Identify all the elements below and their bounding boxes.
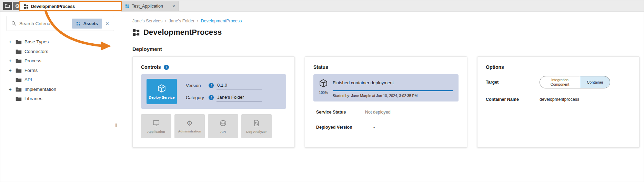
status-message: Finished container deployment xyxy=(333,80,453,85)
breadcrumb: Jane's Services › Jane's Folder › Develo… xyxy=(132,18,641,23)
main-content: Jane's Services › Jane's Folder › Develo… xyxy=(132,12,641,182)
log-analyzer-button[interactable]: Log Analyzer xyxy=(241,114,272,138)
tab-label: DevelopmentProcess xyxy=(31,4,75,9)
info-icon[interactable]: i xyxy=(209,95,214,100)
expand-icon[interactable]: + xyxy=(9,39,16,45)
service-status-label: Service Status xyxy=(316,110,365,115)
category-input[interactable]: Jane's Folder xyxy=(217,94,262,101)
assets-filter-chip[interactable]: Assets xyxy=(72,19,102,29)
close-icon[interactable]: × xyxy=(172,4,175,9)
tree-item-label: Implementation xyxy=(24,87,56,92)
tree-item-implementation[interactable]: + Implementation xyxy=(0,85,122,94)
gears-icon: ⚙ xyxy=(187,120,193,127)
breadcrumb-item[interactable]: Jane's Services xyxy=(132,19,162,23)
target-segmented-control: Integration Component Container xyxy=(540,76,610,88)
deploy-panel: Deploy Service Version i 0.1.0 Category … xyxy=(141,74,286,109)
controls-card-title: Controls xyxy=(141,64,161,70)
controls-card-title-row: Controls i xyxy=(141,64,286,70)
status-card-title-row: Status xyxy=(313,64,459,70)
api-button-label: API xyxy=(220,130,226,133)
status-card: Status 100% Finished container deploymen… xyxy=(305,56,467,148)
target-option-integration-component[interactable]: Integration Component xyxy=(540,76,580,88)
close-icon[interactable]: × xyxy=(105,21,110,26)
tree-item-process[interactable]: + Process xyxy=(0,56,122,66)
folder-icon xyxy=(16,58,22,63)
globe-icon xyxy=(219,119,227,127)
search-input[interactable] xyxy=(19,21,69,26)
chevron-right-icon: › xyxy=(197,18,198,23)
tree-item-connectors[interactable]: Connectors xyxy=(0,47,122,56)
application-grid-icon xyxy=(125,4,129,8)
expand-icon[interactable]: + xyxy=(9,67,16,73)
target-label: Target xyxy=(486,80,540,85)
log-analyzer-button-label: Log Analyzer xyxy=(246,130,266,133)
version-label: Version xyxy=(186,83,206,88)
assets-chip-label: Assets xyxy=(83,21,98,26)
version-input[interactable]: 0.1.0 xyxy=(217,82,262,89)
folder-icon xyxy=(16,68,22,73)
options-card-title: Options xyxy=(486,64,504,70)
options-card: Options Target Integration Component Con… xyxy=(477,56,640,148)
breadcrumb-item-current[interactable]: DevelopmentProcess xyxy=(201,19,242,23)
status-icon-column: 100% xyxy=(319,79,328,98)
application-button[interactable]: Application xyxy=(141,114,171,138)
category-label: Category xyxy=(186,95,206,100)
deploy-button-label: Deploy Service xyxy=(149,95,174,99)
target-option-container[interactable]: Container xyxy=(580,76,610,88)
asset-browser-sidebar: Assets × + Base Types Connectors + Proce… xyxy=(0,12,122,182)
deployed-version-row: Deployed Version - xyxy=(313,125,459,130)
status-detail-column: Finished container deployment Started by… xyxy=(333,79,453,98)
tree-item-label: Forms xyxy=(24,68,38,73)
top-tab-bar: ⚙ DevelopmentProcess Test_Application × xyxy=(0,0,644,12)
folder-icon xyxy=(16,39,22,44)
gear-icon: ⚙ xyxy=(15,3,20,9)
info-icon[interactable]: i xyxy=(209,83,214,88)
service-status-row: Service Status Not deployed xyxy=(313,110,459,115)
divider xyxy=(313,120,459,120)
application-button-label: Application xyxy=(147,130,165,133)
administration-button[interactable]: ⚙ Administration xyxy=(174,114,205,138)
tree-item-base-types[interactable]: + Base Types xyxy=(0,37,122,47)
tree-item-label: Libraries xyxy=(24,96,42,101)
tree-item-label: Base Types xyxy=(24,39,49,44)
container-name-value: developmentprocess xyxy=(540,97,579,102)
tree-item-libraries[interactable]: Libraries xyxy=(0,94,122,104)
folder-icon xyxy=(16,77,22,82)
files-button[interactable] xyxy=(3,2,12,10)
tree-item-api[interactable]: API xyxy=(0,75,122,85)
deploy-package-icon xyxy=(157,84,166,93)
target-row: Target Integration Component Container xyxy=(486,76,631,88)
administration-button-label: Administration xyxy=(178,129,201,133)
assets-icon xyxy=(76,21,81,26)
search-box: Assets × xyxy=(7,16,114,31)
tab-test-application[interactable]: Test_Application × xyxy=(122,1,179,11)
container-name-label: Container Name xyxy=(486,97,540,102)
controls-card: Controls i Deploy Service Version i xyxy=(132,56,295,148)
log-search-icon xyxy=(253,119,260,127)
tree-item-forms[interactable]: + Forms xyxy=(0,66,122,75)
deployment-cards: Controls i Deploy Service Version i xyxy=(132,56,641,148)
breadcrumb-item[interactable]: Jane's Folder xyxy=(169,19,195,23)
chevron-right-icon: › xyxy=(165,18,166,23)
expand-icon[interactable]: + xyxy=(9,58,16,64)
expand-icon[interactable]: + xyxy=(9,86,16,92)
info-icon[interactable]: i xyxy=(164,65,169,70)
version-field-row: Version i 0.1.0 xyxy=(186,82,281,89)
tab-development-process[interactable]: DevelopmentProcess xyxy=(20,1,121,12)
page-title: DevelopmentProcess xyxy=(143,28,222,37)
deploy-service-button[interactable]: Deploy Service xyxy=(147,79,177,104)
asset-tree: + Base Types Connectors + Process + Form… xyxy=(0,37,122,104)
sidebar-resize-handle[interactable]: ‖ xyxy=(115,122,117,128)
controls-action-buttons: Application ⚙ Administration API xyxy=(141,114,286,138)
container-check-icon xyxy=(319,79,328,88)
application-icon xyxy=(152,119,160,127)
page-title-row: DevelopmentProcess xyxy=(132,28,641,37)
category-field-row: Category i Jane's Folder xyxy=(186,94,281,101)
api-button[interactable]: API xyxy=(208,114,238,138)
tree-item-label: API xyxy=(24,77,32,82)
deployment-section-heading: Deployment xyxy=(132,46,641,52)
container-name-row: Container Name developmentprocess xyxy=(486,97,631,102)
search-icon xyxy=(11,21,17,26)
app-window: ⚙ DevelopmentProcess Test_Application × xyxy=(0,0,644,182)
tree-item-label: Process xyxy=(24,58,41,63)
